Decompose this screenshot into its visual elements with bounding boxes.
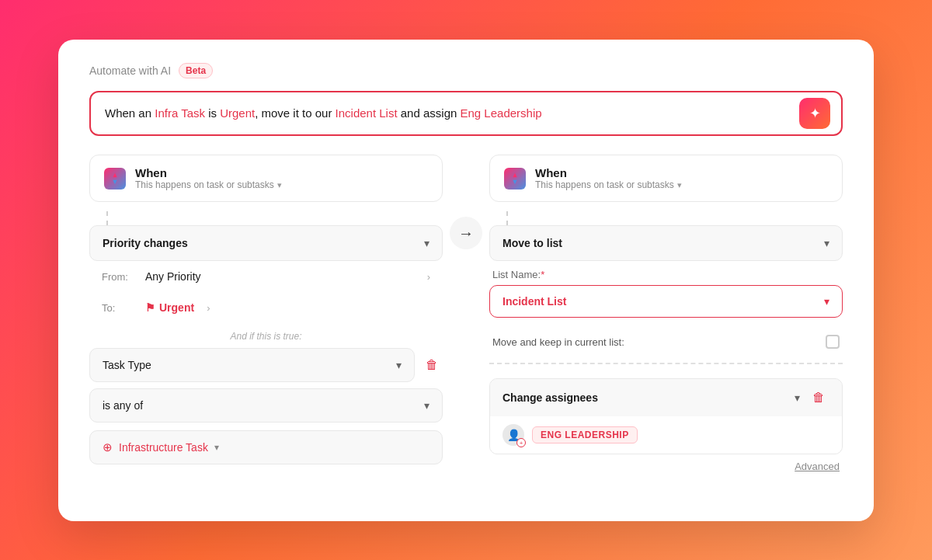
incident-list-label: Incident List [503, 295, 566, 308]
assignees-chevron-icon: ▾ [795, 391, 800, 404]
top-bar: Automate with AI Beta [89, 63, 843, 78]
required-star: * [541, 269, 544, 280]
right-when-logo [504, 168, 526, 190]
prompt-infra: Infra Task [155, 106, 205, 120]
arrow-circle: → [450, 217, 482, 249]
avatar-plus-badge: + [516, 438, 526, 447]
flag-icon: ⚑ [145, 301, 155, 314]
left-when-block: When This happens on task or subtasks ▾ [89, 155, 443, 202]
move-keep-checkbox[interactable] [826, 335, 840, 349]
is-any-of-chevron: ▾ [424, 399, 429, 412]
prompt-urgent: Urgent [220, 106, 255, 120]
right-when-content: When This happens on task or subtasks ▾ [535, 166, 828, 190]
task-type-dropdown[interactable]: Task Type ▾ [89, 348, 415, 382]
infra-task-chevron: ▾ [214, 442, 219, 453]
left-when-logo [104, 168, 126, 190]
task-type-delete-button[interactable]: 🗑 [421, 357, 443, 374]
arrow-col: → [443, 155, 489, 249]
ai-sparkle-button[interactable]: ✦ [799, 98, 830, 129]
list-name-text: List Name: [492, 269, 541, 280]
right-when-sub-row[interactable]: This happens on task or subtasks ▾ [535, 179, 828, 190]
assignees-header-right: ▾ 🗑 [795, 389, 829, 406]
two-col-layout: When This happens on task or subtasks ▾ … [89, 155, 843, 472]
task-type-row: Task Type ▾ 🗑 [89, 348, 443, 382]
left-when-sub: This happens on task or subtasks [135, 179, 274, 190]
prompt-eng: Eng Leadership [461, 106, 542, 120]
left-dotted-1 [106, 211, 443, 225]
right-dotted-1 [506, 211, 843, 225]
incident-chevron-icon: ▾ [824, 295, 829, 308]
advanced-link[interactable]: Advanced [489, 454, 843, 472]
prompt-text-3: , move it to our [255, 106, 335, 120]
globe-icon: ⊕ [103, 440, 113, 454]
left-column: When This happens on task or subtasks ▾ … [89, 155, 443, 464]
left-when-title: When [135, 166, 428, 179]
list-name-label: List Name:* [489, 261, 843, 285]
from-label: From: [102, 271, 133, 283]
right-when-sub: This happens on task or subtasks [535, 179, 674, 190]
priority-changes-dropdown[interactable]: Priority changes ▾ [89, 225, 443, 261]
priority-changes-label: Priority changes [103, 237, 188, 249]
change-assignees-label: Change assignees [503, 391, 598, 404]
assignees-block: Change assignees ▾ 🗑 👤 + ENG LEADERSHIP [489, 378, 843, 454]
infra-task-row[interactable]: ⊕ Infrastructure Task ▾ [89, 430, 443, 464]
task-type-label: Task Type [103, 359, 151, 371]
prompt-incident: Incident List [336, 106, 398, 120]
assignees-header: Change assignees ▾ 🗑 [490, 379, 842, 416]
urgent-chevron-icon[interactable]: › [207, 302, 210, 314]
urgent-label: Urgent [159, 301, 194, 314]
move-to-list-dropdown[interactable]: Move to list ▾ [489, 225, 843, 261]
right-separator [489, 363, 843, 364]
right-when-chevron: ▾ [677, 180, 682, 190]
is-any-of-dropdown[interactable]: is any of ▾ [89, 388, 443, 423]
task-type-chevron: ▾ [396, 359, 402, 371]
move-to-list-label: Move to list [503, 237, 562, 249]
left-when-chevron: ▾ [277, 180, 282, 190]
right-when-block: When This happens on task or subtasks ▾ [489, 155, 843, 202]
from-chevron-icon[interactable]: › [427, 271, 430, 283]
is-any-of-label: is any of [103, 399, 143, 412]
left-when-content: When This happens on task or subtasks ▾ [135, 166, 428, 190]
beta-badge: Beta [179, 63, 213, 78]
prompt-text-1: When an [105, 106, 155, 120]
sparkle-icon: ✦ [809, 105, 821, 122]
assignees-delete-button[interactable]: 🗑 [808, 389, 829, 406]
and-if-label: And if this is true: [89, 323, 443, 348]
left-when-sub-row[interactable]: This happens on task or subtasks ▾ [135, 179, 428, 190]
right-when-title: When [535, 166, 828, 179]
incident-list-dropdown[interactable]: Incident List ▾ [489, 285, 843, 318]
from-value: Any Priority [145, 270, 415, 283]
from-row: From: Any Priority › [89, 261, 443, 292]
urgent-value: ⚑ Urgent [145, 301, 194, 314]
priority-chevron-icon: ▾ [424, 237, 429, 249]
move-keep-row: Move and keep in current list: [489, 329, 843, 349]
main-card: Automate with AI Beta When an Infra Task… [58, 40, 874, 521]
to-label: To: [102, 302, 133, 314]
right-column: When This happens on task or subtasks ▾ … [489, 155, 843, 472]
infra-task-label: Infrastructure Task [119, 441, 208, 454]
eng-leadership-tag: ENG LEADERSHIP [532, 426, 638, 443]
to-row: To: ⚑ Urgent › [89, 292, 443, 323]
prompt-text-4: and assign [398, 106, 461, 120]
automate-label: Automate with AI [89, 64, 171, 77]
move-keep-label: Move and keep in current list: [492, 336, 624, 348]
move-to-list-chevron: ▾ [824, 237, 829, 249]
eng-row: 👤 + ENG LEADERSHIP [490, 416, 842, 454]
eng-avatar: 👤 + [503, 424, 524, 446]
prompt-text-2: is [205, 106, 220, 120]
arrow-right-icon: → [458, 224, 474, 242]
ai-prompt-box: When an Infra Task is Urgent, move it to… [89, 91, 843, 137]
